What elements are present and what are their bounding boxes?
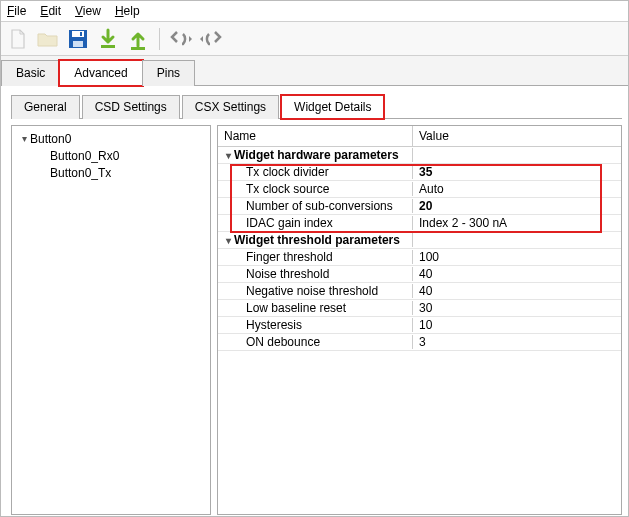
prop-neg-noise-threshold[interactable]: Negative noise threshold40 <box>218 283 621 300</box>
tree-label: Button0_Tx <box>50 166 111 180</box>
collapse-icon[interactable]: ▾ <box>18 133 30 144</box>
tree-label: Button0_Rx0 <box>50 149 119 163</box>
menu-edit[interactable]: Edit <box>40 4 61 18</box>
undo-icon[interactable] <box>169 27 193 51</box>
tab-basic[interactable]: Basic <box>1 60 60 86</box>
save-icon[interactable] <box>66 27 90 51</box>
property-grid: Name Value ▾Widget hardware parameters T… <box>217 125 622 515</box>
svg-rect-1 <box>72 31 84 37</box>
widget-tree[interactable]: ▾ Button0 Button0_Rx0 Button0_Tx <box>11 125 211 515</box>
svg-rect-3 <box>80 32 82 36</box>
sub-tabs: General CSD Settings CSX Settings Widget… <box>11 94 622 119</box>
group-threshold[interactable]: ▾Widget threshold parameters <box>218 232 621 249</box>
prop-tx-clock-divider[interactable]: Tx clock divider35 <box>218 164 621 181</box>
separator <box>159 28 160 50</box>
tree-item-button0[interactable]: ▾ Button0 <box>14 130 208 147</box>
open-icon[interactable] <box>36 27 60 51</box>
collapse-icon[interactable]: ▾ <box>222 235 234 246</box>
tab-csx-settings[interactable]: CSX Settings <box>182 95 279 119</box>
export-icon[interactable] <box>126 27 150 51</box>
menu-help[interactable]: Help <box>115 4 140 18</box>
collapse-icon[interactable]: ▾ <box>222 150 234 161</box>
prop-sub-conversions[interactable]: Number of sub-conversions20 <box>218 198 621 215</box>
group-hardware[interactable]: ▾Widget hardware parameters <box>218 147 621 164</box>
toolbar <box>1 22 628 56</box>
prop-finger-threshold[interactable]: Finger threshold100 <box>218 249 621 266</box>
svg-rect-2 <box>73 41 83 47</box>
svg-rect-5 <box>131 47 145 50</box>
col-value[interactable]: Value <box>413 126 621 146</box>
prop-tx-clock-source[interactable]: Tx clock sourceAuto <box>218 181 621 198</box>
main-tabs: Basic Advanced Pins <box>1 56 628 86</box>
menu-view[interactable]: View <box>75 4 101 18</box>
prop-idac-gain[interactable]: IDAC gain indexIndex 2 - 300 nA <box>218 215 621 232</box>
tab-pins[interactable]: Pins <box>142 60 195 86</box>
col-name[interactable]: Name <box>218 126 413 146</box>
redo-icon[interactable] <box>199 27 223 51</box>
tab-advanced[interactable]: Advanced <box>59 60 142 86</box>
menubar: File Edit View Help <box>1 1 628 22</box>
prop-noise-threshold[interactable]: Noise threshold40 <box>218 266 621 283</box>
prop-hysteresis[interactable]: Hysteresis10 <box>218 317 621 334</box>
tree-label: Button0 <box>30 132 71 146</box>
tab-csd-settings[interactable]: CSD Settings <box>82 95 180 119</box>
svg-rect-4 <box>101 45 115 48</box>
import-icon[interactable] <box>96 27 120 51</box>
tab-general[interactable]: General <box>11 95 80 119</box>
new-icon[interactable] <box>6 27 30 51</box>
tree-item-tx[interactable]: Button0_Tx <box>14 164 208 181</box>
prop-on-debounce[interactable]: ON debounce3 <box>218 334 621 351</box>
tree-item-rx0[interactable]: Button0_Rx0 <box>14 147 208 164</box>
tab-widget-details[interactable]: Widget Details <box>281 95 384 119</box>
menu-file[interactable]: File <box>7 4 26 18</box>
prop-low-baseline-reset[interactable]: Low baseline reset30 <box>218 300 621 317</box>
property-header: Name Value <box>218 126 621 147</box>
